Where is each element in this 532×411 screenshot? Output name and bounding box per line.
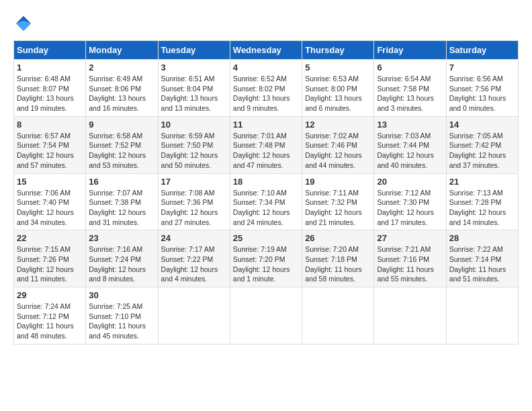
day-number: 7	[449, 62, 515, 73]
day-info: Sunrise: 7:10 AMSunset: 7:34 PMDaylight:…	[233, 188, 299, 228]
day-cell: 24Sunrise: 7:17 AMSunset: 7:22 PMDayligh…	[158, 230, 230, 287]
day-number: 1	[17, 62, 83, 73]
day-cell: 19Sunrise: 7:11 AMSunset: 7:32 PMDayligh…	[302, 173, 374, 230]
page-header	[13, 13, 519, 34]
day-info: Sunrise: 7:21 AMSunset: 7:16 PMDaylight:…	[377, 244, 443, 284]
day-cell: 12Sunrise: 7:02 AMSunset: 7:46 PMDayligh…	[302, 116, 374, 173]
day-number: 15	[17, 177, 83, 187]
day-number: 20	[377, 177, 443, 187]
day-info: Sunrise: 7:11 AMSunset: 7:32 PMDaylight:…	[305, 188, 371, 228]
day-number: 14	[449, 120, 515, 130]
day-number: 8	[17, 120, 83, 130]
day-cell: 20Sunrise: 7:12 AMSunset: 7:30 PMDayligh…	[374, 173, 446, 230]
calendar-table: SundayMondayTuesdayWednesdayThursdayFrid…	[13, 40, 519, 345]
day-cell: 8Sunrise: 6:57 AMSunset: 7:54 PMDaylight…	[14, 116, 86, 173]
day-number: 23	[89, 233, 154, 243]
day-info: Sunrise: 6:51 AMSunset: 8:04 PMDaylight:…	[161, 74, 227, 113]
week-row-5: 29Sunrise: 7:24 AMSunset: 7:12 PMDayligh…	[14, 287, 519, 345]
day-cell: 10Sunrise: 6:59 AMSunset: 7:50 PMDayligh…	[158, 116, 230, 173]
day-info: Sunrise: 7:01 AMSunset: 7:48 PMDaylight:…	[233, 131, 299, 171]
day-cell: 25Sunrise: 7:19 AMSunset: 7:20 PMDayligh…	[230, 230, 302, 287]
day-cell: 3Sunrise: 6:51 AMSunset: 8:04 PMDaylight…	[158, 60, 230, 117]
day-cell	[302, 287, 374, 345]
day-info: Sunrise: 6:49 AMSunset: 8:06 PMDaylight:…	[89, 74, 154, 113]
day-cell: 30Sunrise: 7:25 AMSunset: 7:10 PMDayligh…	[86, 287, 158, 345]
day-info: Sunrise: 7:24 AMSunset: 7:12 PMDaylight:…	[17, 302, 83, 341]
day-cell: 2Sunrise: 6:49 AMSunset: 8:06 PMDaylight…	[86, 60, 158, 117]
day-info: Sunrise: 6:58 AMSunset: 7:52 PMDaylight:…	[89, 131, 154, 171]
day-number: 16	[89, 177, 154, 187]
day-number: 11	[233, 120, 299, 130]
day-info: Sunrise: 7:05 AMSunset: 7:42 PMDaylight:…	[449, 131, 515, 171]
day-info: Sunrise: 7:03 AMSunset: 7:44 PMDaylight:…	[377, 131, 443, 171]
day-info: Sunrise: 7:16 AMSunset: 7:24 PMDaylight:…	[89, 244, 154, 284]
day-cell: 29Sunrise: 7:24 AMSunset: 7:12 PMDayligh…	[14, 287, 86, 345]
day-info: Sunrise: 6:57 AMSunset: 7:54 PMDaylight:…	[17, 131, 83, 171]
day-number: 17	[161, 177, 227, 187]
day-info: Sunrise: 7:07 AMSunset: 7:38 PMDaylight:…	[89, 188, 154, 228]
day-cell: 11Sunrise: 7:01 AMSunset: 7:48 PMDayligh…	[230, 116, 302, 173]
day-number: 22	[17, 233, 83, 243]
day-cell: 13Sunrise: 7:03 AMSunset: 7:44 PMDayligh…	[374, 116, 446, 173]
header-tuesday: Tuesday	[158, 41, 230, 60]
day-cell: 4Sunrise: 6:52 AMSunset: 8:02 PMDaylight…	[230, 60, 302, 117]
day-number: 30	[89, 290, 154, 300]
day-info: Sunrise: 7:19 AMSunset: 7:20 PMDaylight:…	[233, 244, 299, 284]
day-number: 10	[161, 120, 227, 130]
day-info: Sunrise: 7:06 AMSunset: 7:40 PMDaylight:…	[17, 188, 83, 228]
week-row-3: 15Sunrise: 7:06 AMSunset: 7:40 PMDayligh…	[14, 173, 519, 230]
day-cell	[446, 287, 518, 345]
day-number: 18	[233, 177, 299, 187]
day-number: 24	[161, 233, 227, 243]
day-number: 19	[305, 177, 371, 187]
day-number: 28	[449, 233, 515, 243]
day-info: Sunrise: 6:56 AMSunset: 7:56 PMDaylight:…	[449, 74, 515, 113]
day-info: Sunrise: 7:20 AMSunset: 7:18 PMDaylight:…	[305, 244, 371, 284]
day-info: Sunrise: 7:25 AMSunset: 7:10 PMDaylight:…	[89, 302, 154, 341]
week-row-2: 8Sunrise: 6:57 AMSunset: 7:54 PMDaylight…	[14, 116, 519, 173]
day-cell: 17Sunrise: 7:08 AMSunset: 7:36 PMDayligh…	[158, 173, 230, 230]
day-info: Sunrise: 6:54 AMSunset: 7:58 PMDaylight:…	[377, 74, 443, 113]
day-cell: 1Sunrise: 6:48 AMSunset: 8:07 PMDaylight…	[14, 60, 86, 117]
day-info: Sunrise: 7:12 AMSunset: 7:30 PMDaylight:…	[377, 188, 443, 228]
header-friday: Friday	[374, 41, 446, 60]
day-cell	[230, 287, 302, 345]
day-info: Sunrise: 7:02 AMSunset: 7:46 PMDaylight:…	[305, 131, 371, 171]
day-number: 13	[377, 120, 443, 130]
day-cell: 7Sunrise: 6:56 AMSunset: 7:56 PMDaylight…	[446, 60, 518, 117]
day-cell: 26Sunrise: 7:20 AMSunset: 7:18 PMDayligh…	[302, 230, 374, 287]
day-number: 12	[305, 120, 371, 130]
week-row-1: 1Sunrise: 6:48 AMSunset: 8:07 PMDaylight…	[14, 60, 519, 117]
day-info: Sunrise: 7:22 AMSunset: 7:14 PMDaylight:…	[449, 244, 515, 284]
calendar-header-row: SundayMondayTuesdayWednesdayThursdayFrid…	[14, 41, 519, 60]
day-cell: 23Sunrise: 7:16 AMSunset: 7:24 PMDayligh…	[86, 230, 158, 287]
day-cell: 18Sunrise: 7:10 AMSunset: 7:34 PMDayligh…	[230, 173, 302, 230]
header-wednesday: Wednesday	[230, 41, 302, 60]
day-info: Sunrise: 7:17 AMSunset: 7:22 PMDaylight:…	[161, 244, 227, 284]
day-cell: 15Sunrise: 7:06 AMSunset: 7:40 PMDayligh…	[14, 173, 86, 230]
week-row-4: 22Sunrise: 7:15 AMSunset: 7:26 PMDayligh…	[14, 230, 519, 287]
day-cell: 28Sunrise: 7:22 AMSunset: 7:14 PMDayligh…	[446, 230, 518, 287]
day-info: Sunrise: 7:08 AMSunset: 7:36 PMDaylight:…	[161, 188, 227, 228]
logo	[13, 13, 38, 34]
day-number: 25	[233, 233, 299, 243]
day-number: 27	[377, 233, 443, 243]
day-cell	[374, 287, 446, 345]
day-number: 29	[17, 290, 83, 300]
header-thursday: Thursday	[302, 41, 374, 60]
day-number: 26	[305, 233, 371, 243]
day-cell: 27Sunrise: 7:21 AMSunset: 7:16 PMDayligh…	[374, 230, 446, 287]
day-cell: 21Sunrise: 7:13 AMSunset: 7:28 PMDayligh…	[446, 173, 518, 230]
day-number: 21	[449, 177, 515, 187]
day-cell	[158, 287, 230, 345]
day-cell: 9Sunrise: 6:58 AMSunset: 7:52 PMDaylight…	[86, 116, 158, 173]
header-monday: Monday	[86, 41, 158, 60]
day-info: Sunrise: 6:53 AMSunset: 8:00 PMDaylight:…	[305, 74, 371, 113]
header-saturday: Saturday	[446, 41, 518, 60]
day-cell: 5Sunrise: 6:53 AMSunset: 8:00 PMDaylight…	[302, 60, 374, 117]
day-info: Sunrise: 6:52 AMSunset: 8:02 PMDaylight:…	[233, 74, 299, 113]
day-number: 5	[305, 62, 371, 73]
day-cell: 6Sunrise: 6:54 AMSunset: 7:58 PMDaylight…	[374, 60, 446, 117]
header-sunday: Sunday	[14, 41, 86, 60]
day-number: 4	[233, 62, 299, 73]
